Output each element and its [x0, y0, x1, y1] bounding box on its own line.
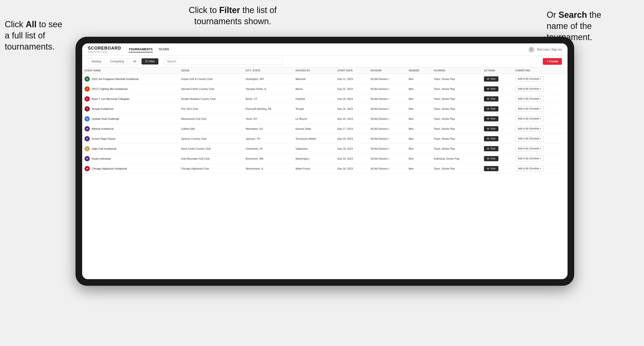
cell-actions-3: 👁 View [482, 104, 513, 114]
cell-city-state-5: Manhattan, KS [243, 124, 293, 134]
cell-event-name-7: V Valpo Fall Invitational [82, 144, 178, 154]
logo-title: SCOREBOARD [88, 46, 121, 51]
eye-icon-0: 👁 [487, 78, 490, 80]
create-button[interactable]: + Create [543, 58, 562, 65]
cell-scoring-1: Team, Stroke Play [432, 84, 482, 94]
eye-icon-3: 👁 [487, 107, 490, 110]
cell-hosted-by-6: Tennessee-Martin [293, 134, 335, 144]
cell-scoring-2: Team, Stroke Play [432, 94, 482, 104]
view-button-4[interactable]: 👁 View [484, 116, 498, 121]
cell-competing-9: Add to My Schedule + [513, 164, 568, 173]
all-button[interactable]: All [130, 58, 140, 64]
cell-event-name-5: W Wildcat Invitational [82, 124, 178, 134]
col-start-date: START DATE [335, 67, 368, 74]
add-schedule-button-2[interactable]: Add to My Schedule + [515, 96, 544, 102]
hosting-button[interactable]: Hosting [88, 58, 105, 64]
cell-gender-2: Men [406, 94, 432, 104]
competing-button[interactable]: Competing [106, 58, 128, 64]
view-button-8[interactable]: 👁 View [484, 156, 498, 161]
cell-start-date-5: Sep 17, 2023 [335, 124, 368, 134]
team-logo-7: V [84, 146, 90, 151]
add-schedule-button-4[interactable]: Add to My Schedule + [515, 116, 544, 121]
cell-competing-0: Add to My Schedule + [513, 74, 568, 84]
cell-event-name-4: U Upstate Dual Challenge [82, 114, 178, 124]
search-input[interactable] [164, 58, 283, 65]
add-schedule-button-8[interactable]: Add to My Schedule + [515, 156, 544, 161]
col-venue: VENUE [178, 67, 243, 74]
cell-scoring-3: Team, Stroke Play [432, 104, 482, 114]
event-name-7: Valpo Fall Invitational [92, 147, 116, 150]
cell-event-name-8: W Husky Individual [82, 154, 178, 164]
eye-icon-1: 👁 [487, 88, 490, 90]
cell-start-date-1: Sep 15, 2023 [335, 84, 368, 94]
col-gender: GENDER [406, 67, 432, 74]
cell-actions-4: 👁 View [482, 114, 513, 124]
view-button-7[interactable]: 👁 View [484, 146, 498, 151]
cell-start-date-8: Sep 18, 2023 [335, 154, 368, 164]
cell-division-5: NCAA Division I [368, 124, 406, 134]
cell-competing-2: Add to My Schedule + [513, 94, 568, 104]
view-button-3[interactable]: 👁 View [484, 106, 498, 111]
cell-venue-8: Gold Mountain Golf Club [178, 154, 243, 164]
cell-city-state-3: Plymouth Meeting, PA [243, 104, 293, 114]
cell-division-2: NCAA Division I [368, 94, 406, 104]
tab-tournaments[interactable]: TOURNAMENTS [129, 46, 153, 52]
add-schedule-button-1[interactable]: Add to My Schedule + [515, 86, 544, 92]
add-schedule-button-7[interactable]: Add to My Schedule + [515, 146, 544, 151]
cell-venue-7: Sand Creek Country Club [178, 144, 243, 154]
cell-actions-8: 👁 View [482, 154, 513, 164]
filter-button[interactable]: ☰ Filter [142, 58, 158, 64]
view-button-6[interactable]: 👁 View [484, 136, 498, 141]
view-button-2[interactable]: 👁 View [484, 96, 498, 102]
tablet-frame: SCOREBOARD Powered by clippd TOURNAMENTS… [76, 37, 574, 286]
view-button-0[interactable]: 👁 View [484, 76, 498, 82]
add-schedule-button-6[interactable]: Add to My Schedule + [515, 136, 544, 141]
cell-city-state-0: Huntington, WV [243, 74, 293, 84]
view-button-9[interactable]: 👁 View [484, 166, 498, 171]
cell-city-state-7: Chesterton, IN [243, 144, 293, 154]
tournaments-table: EVENT NAME VENUE CITY, STATE HOSTED BY S… [82, 67, 568, 173]
table-row: W Wildcat Invitational Colbert Hills Man… [82, 124, 568, 134]
cell-division-3: NCAA Division I [368, 104, 406, 114]
cell-event-name-0: M 2023 Joe Feaganes Marshall Invitationa… [82, 74, 178, 84]
cell-venue-3: The 1912 Club [178, 104, 243, 114]
cell-venue-6: Jackson Country Club [178, 134, 243, 144]
view-button-1[interactable]: 👁 View [484, 86, 498, 92]
add-schedule-button-9[interactable]: Add to My Schedule + [515, 166, 544, 171]
cell-competing-4: Add to My Schedule + [513, 114, 568, 124]
view-button-5[interactable]: 👁 View [484, 126, 498, 131]
cell-start-date-6: Sep 18, 2023 [335, 134, 368, 144]
cell-start-date-9: Sep 18, 2023 [335, 164, 368, 173]
cell-scoring-4: Team, Stroke Play [432, 114, 482, 124]
event-name-2: Ryan T. Lee Memorial Collegiate [92, 97, 130, 100]
col-scoring: SCORING [432, 67, 482, 74]
table-row: V Valpo Fall Invitational Sand Creek Cou… [82, 144, 568, 154]
add-schedule-button-3[interactable]: Add to My Schedule + [515, 106, 544, 111]
eye-icon-2: 👁 [487, 97, 490, 100]
team-logo-6: G [84, 136, 90, 141]
eye-icon-4: 👁 [487, 117, 490, 120]
tab-teams[interactable]: TEAMS [158, 46, 169, 52]
col-event-name: EVENT NAME [82, 67, 178, 74]
cell-competing-5: Add to My Schedule + [513, 124, 568, 134]
cell-venue-1: Olympia Fields Country Club [178, 84, 243, 94]
col-city-state: CITY, STATE [243, 67, 293, 74]
event-name-4: Upstate Dual Challenge [92, 117, 119, 120]
add-schedule-button-0[interactable]: Add to My Schedule + [515, 76, 544, 82]
cell-event-name-3: T Temple Invitational [82, 104, 178, 114]
eye-icon-6: 👁 [487, 137, 490, 140]
cell-event-name-1: I OFCC Fighting Illini Invitational [82, 84, 178, 94]
cell-city-state-2: Berlin, CT [243, 94, 293, 104]
table-row: W Husky Individual Gold Mountain Golf Cl… [82, 154, 568, 164]
cell-start-date-2: Sep 16, 2023 [335, 94, 368, 104]
cell-gender-7: Men [406, 144, 432, 154]
table-row: F Ryan T. Lee Memorial Collegiate Shuttl… [82, 94, 568, 104]
event-name-6: Grover Page Classic [92, 137, 116, 140]
cell-division-7: NCAA Division I [368, 144, 406, 154]
add-schedule-button-5[interactable]: Add to My Schedule + [515, 126, 544, 131]
cell-venue-0: Guyan Golf & Country Club [178, 74, 243, 84]
cell-hosted-by-5: Kansas State [293, 124, 335, 134]
annotation-topleft: Click All to seea full list oftournament… [5, 19, 71, 52]
team-logo-3: T [84, 106, 90, 111]
table-header-row: EVENT NAME VENUE CITY, STATE HOSTED BY S… [82, 67, 568, 74]
